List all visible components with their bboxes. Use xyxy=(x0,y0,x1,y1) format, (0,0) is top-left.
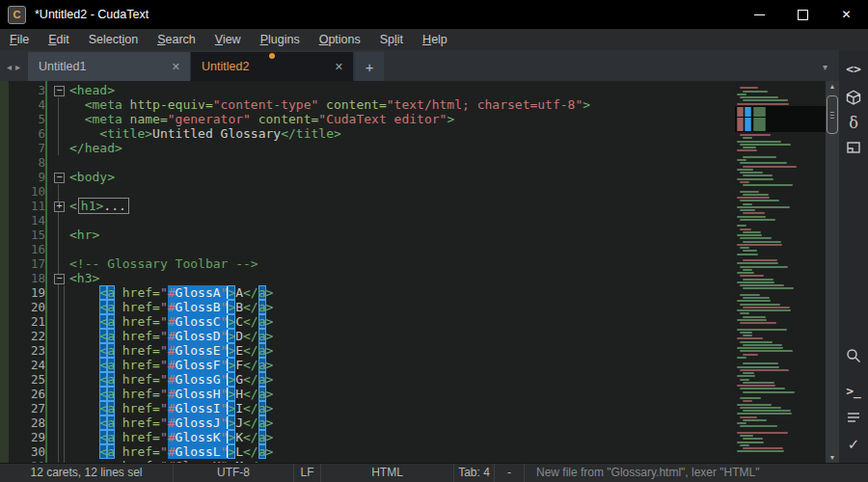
tab-next-icon[interactable]: ▸ xyxy=(15,62,24,72)
tab-untitled1[interactable]: Untitled1✕ xyxy=(28,52,190,81)
code-line-21[interactable]: 21 <a href="#GlossC">C</a> xyxy=(9,314,735,329)
status-caret-pos[interactable]: - xyxy=(495,464,525,482)
code-line-10[interactable]: 10 xyxy=(9,184,735,199)
search-icon[interactable] xyxy=(841,343,866,368)
minimap-line xyxy=(743,316,766,318)
minimap-line xyxy=(737,141,781,143)
menu-item-options[interactable]: Options xyxy=(310,29,370,50)
minimap-line xyxy=(740,96,778,98)
code-line-27[interactable]: 27 <a href="#GlossI">I</a> xyxy=(9,401,735,415)
code-area[interactable]: 3−<head>4 <meta http-equiv="content-type… xyxy=(9,83,735,463)
menu-item-edit[interactable]: Edit xyxy=(39,29,79,50)
package-icon-svg xyxy=(844,88,863,107)
code-line-25[interactable]: 25 <a href="#GlossG">G</a> xyxy=(9,372,735,387)
package-icon[interactable] xyxy=(841,85,866,110)
menu-item-file[interactable]: File xyxy=(0,29,39,50)
scrollbar-thumb[interactable] xyxy=(827,95,838,134)
minimap-line xyxy=(743,269,752,271)
maximize-button[interactable] xyxy=(781,0,825,29)
fold-column xyxy=(53,155,69,170)
code-line-19[interactable]: 19 <a href="#GlossA">A</a> xyxy=(9,285,735,300)
code-line-3[interactable]: 3−<head> xyxy=(9,83,735,97)
fold-plus-icon[interactable]: + xyxy=(54,201,65,212)
code-line-16[interactable]: 16 xyxy=(9,242,735,256)
code-tree-icon[interactable]: <> xyxy=(841,56,866,81)
code-line-8[interactable]: 8 xyxy=(9,155,735,170)
output-list-icon[interactable] xyxy=(841,405,866,430)
code-line-24[interactable]: 24 <a href="#GlossF">F</a> xyxy=(9,358,735,372)
code-line-9[interactable]: 9−<body> xyxy=(9,170,735,184)
tab-close-icon[interactable]: ✕ xyxy=(335,61,343,73)
code-line-20[interactable]: 20 <a href="#GlossB">B</a> xyxy=(9,300,735,314)
code-line-28[interactable]: 28 <a href="#GlossJ">J</a> xyxy=(9,415,735,430)
validate-icon[interactable]: ✓ xyxy=(841,432,866,457)
menu-item-help[interactable]: Help xyxy=(413,29,457,50)
scroll-down-icon[interactable]: ▼ xyxy=(826,454,839,461)
code-line-26[interactable]: 26 <a href="#GlossH">H</a> xyxy=(9,387,735,401)
menu-item-selection[interactable]: Selection xyxy=(79,29,148,50)
status-bar: 12 carets, 12 lines selUTF-8LFHTMLTab: 4… xyxy=(0,463,868,482)
fold-column: − xyxy=(53,170,69,184)
tab-untitled2[interactable]: Untitled2✕ xyxy=(191,52,353,81)
code-line-18[interactable]: 18−<h3> xyxy=(9,271,735,285)
groups-icon[interactable] xyxy=(841,135,866,160)
tab-label: Untitled1 xyxy=(39,60,172,73)
minimap-line xyxy=(740,350,793,352)
fold-column xyxy=(53,242,69,256)
tab-list-dropdown-icon[interactable]: ▾ xyxy=(823,62,839,81)
tab-close-icon[interactable]: ✕ xyxy=(172,61,180,73)
code-line-29[interactable]: 29 <a href="#GlossK">K</a> xyxy=(9,430,735,444)
code-line-30[interactable]: 30 <a href="#GlossL">L</a> xyxy=(9,444,735,459)
vertical-scrollbar[interactable]: ▲ ▼ xyxy=(826,81,839,463)
folded-block[interactable]: h1>... xyxy=(78,198,129,214)
fold-column xyxy=(53,184,69,199)
editor-area[interactable]: 3−<head>4 <meta http-equiv="content-type… xyxy=(0,81,826,463)
menu-item-plugins[interactable]: Plugins xyxy=(251,29,310,50)
menu-item-view[interactable]: View xyxy=(205,29,251,50)
close-button[interactable]: ✕ xyxy=(825,0,868,29)
minimap-line xyxy=(740,304,780,306)
status-encoding[interactable]: UTF-8 xyxy=(174,464,294,482)
status-lexer[interactable]: HTML xyxy=(321,464,454,482)
minimap[interactable] xyxy=(735,81,826,463)
minimize-icon xyxy=(754,14,765,15)
code-line-15[interactable]: 15<hr> xyxy=(9,228,735,242)
code-text: <meta http-equiv="content-type" content=… xyxy=(69,97,590,112)
new-tab-button[interactable]: + xyxy=(355,52,384,81)
fold-minus-icon[interactable]: − xyxy=(54,86,65,96)
fold-column xyxy=(53,228,69,242)
fold-column xyxy=(53,372,69,387)
code-line-22[interactable]: 22 <a href="#GlossD">D</a> xyxy=(9,329,735,343)
tab-scroll-arrows[interactable]: ◂▸ xyxy=(0,62,28,81)
minimap-visible-region[interactable] xyxy=(735,106,826,132)
code-line-11[interactable]: 11+<h1>... xyxy=(9,199,735,213)
fold-column xyxy=(53,126,69,141)
code-line-14[interactable]: 14 xyxy=(9,213,735,228)
code-line-5[interactable]: 5 <meta name="generator" content="CudaTe… xyxy=(9,112,735,126)
minimap-line xyxy=(740,332,752,334)
tab-prev-icon[interactable]: ◂ xyxy=(7,62,15,72)
fold-column xyxy=(53,401,69,415)
code-line-4[interactable]: 4 <meta http-equiv="content-type" conten… xyxy=(9,97,735,112)
snippets-icon[interactable]: δ xyxy=(841,110,866,135)
code-text: <a href="#GlossC">C</a> xyxy=(69,314,273,329)
code-text: <a href="#GlossI">I</a> xyxy=(69,401,273,415)
code-line-6[interactable]: 6 <title>Untitled Glossary</title> xyxy=(9,126,735,141)
status-tab-size[interactable]: Tab: 4 xyxy=(454,464,495,482)
code-line-17[interactable]: 17<!-- Glossary Toolbar --> xyxy=(9,256,735,271)
menu-item-split[interactable]: Split xyxy=(370,29,413,50)
fold-minus-icon[interactable]: − xyxy=(54,173,65,183)
scroll-up-icon[interactable]: ▲ xyxy=(826,83,839,90)
fold-column: − xyxy=(53,271,69,285)
code-line-23[interactable]: 23 <a href="#GlossE">E</a> xyxy=(9,343,735,358)
fold-column xyxy=(53,387,69,401)
menu-item-search[interactable]: Search xyxy=(148,29,205,50)
minimize-button[interactable] xyxy=(738,0,781,29)
minimap-line xyxy=(743,344,782,346)
fold-minus-icon[interactable]: − xyxy=(54,274,65,284)
code-line-7[interactable]: 7</head> xyxy=(9,141,735,155)
minimap-line xyxy=(740,228,751,230)
status-carets: 12 carets, 12 lines sel xyxy=(0,464,174,482)
console-icon[interactable]: >_ xyxy=(841,378,866,403)
status-line-ends[interactable]: LF xyxy=(294,464,321,482)
